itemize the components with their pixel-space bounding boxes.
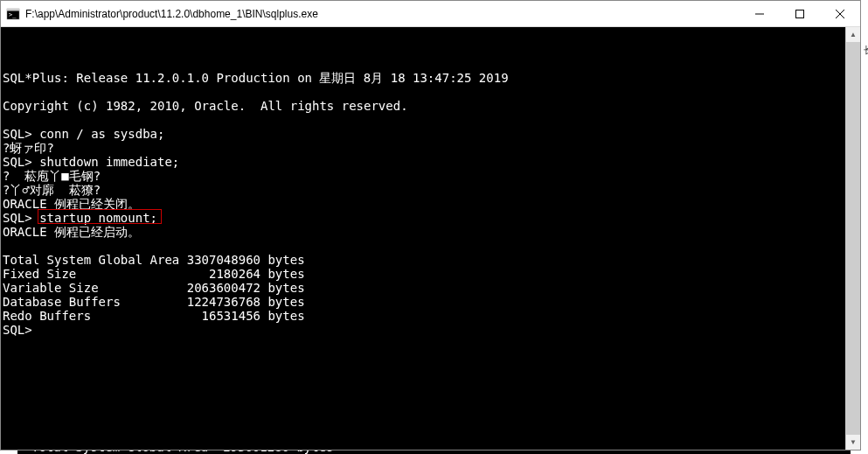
terminal-line: ?蚜ァ印?: [3, 141, 844, 155]
svg-rect-4: [796, 10, 804, 17]
terminal-line: Database Buffers 1224736768 bytes: [3, 295, 844, 309]
terminal-line: SQL>: [3, 323, 844, 337]
terminal-line: Total System Global Area 3307048960 byte…: [3, 253, 844, 267]
terminal-line: [3, 113, 844, 127]
terminal-line: SQL> shutdown immediate;: [3, 155, 844, 169]
window-title: F:\app\Administrator\product\11.2.0\dbho…: [25, 8, 740, 20]
terminal-line: SQL> conn / as sysdba;: [3, 127, 844, 141]
scroll-down-button[interactable]: ▼: [846, 435, 860, 450]
terminal-line: [3, 57, 844, 71]
close-button[interactable]: [820, 1, 860, 26]
terminal-line: ORACLE 例程已经关闭。: [3, 197, 844, 211]
minimize-button[interactable]: [740, 1, 780, 26]
application-window: >_ F:\app\Administrator\product\11.2.0\d…: [0, 0, 861, 451]
terminal-line: SQL*Plus: Release 11.2.0.1.0 Production …: [3, 71, 844, 85]
scrollbar-thumb[interactable]: [846, 42, 860, 435]
terminal-line: Redo Buffers 16531456 bytes: [3, 309, 844, 323]
svg-text:>_: >_: [9, 11, 17, 18]
terminal-wrapper: SQL*Plus: Release 11.2.0.1.0 Production …: [1, 27, 860, 450]
side-mark: 长: [864, 44, 868, 57]
terminal-line: [3, 85, 844, 99]
titlebar[interactable]: >_ F:\app\Administrator\product\11.2.0\d…: [1, 1, 860, 27]
terminal-line: SQL> startup nomount;: [3, 211, 844, 225]
scroll-up-button[interactable]: ▲: [846, 27, 860, 42]
terminal-line: Variable Size 2063600472 bytes: [3, 281, 844, 295]
terminal-line: ?丫♂对廓 菘獠?: [3, 183, 844, 197]
scrollbar-track[interactable]: [846, 42, 860, 435]
terminal-line: Copyright (c) 1982, 2010, Oracle. All ri…: [3, 99, 844, 113]
terminal-line: Fixed Size 2180264 bytes: [3, 267, 844, 281]
terminal-icon: >_: [6, 7, 20, 21]
maximize-button[interactable]: [780, 1, 820, 26]
terminal-line: ORACLE 例程已经启动。: [3, 225, 844, 239]
terminal-line: ? 菘庖丫■毛钢?: [3, 169, 844, 183]
vertical-scrollbar[interactable]: ▲ ▼: [845, 27, 860, 450]
terminal-output[interactable]: SQL*Plus: Release 11.2.0.1.0 Production …: [1, 27, 845, 450]
terminal-line: [3, 239, 844, 253]
window-controls: [740, 1, 860, 26]
